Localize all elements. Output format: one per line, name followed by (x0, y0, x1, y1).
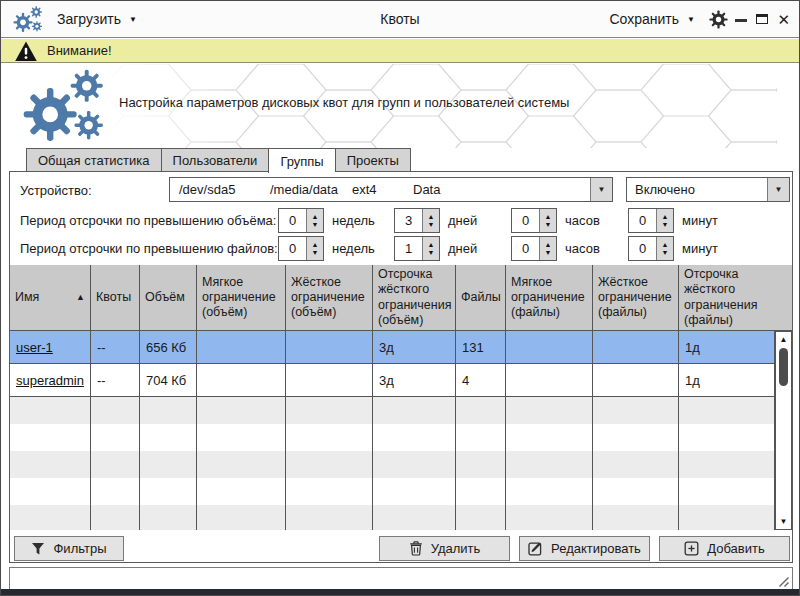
spinner-value[interactable]: 0 (512, 237, 539, 260)
settings-gear-icon[interactable] (709, 10, 728, 29)
minimize-button[interactable] (735, 19, 747, 22)
column-header-grace-files[interactable]: Отсрочка жёсткого ограничения (файлы) (679, 265, 792, 330)
filter-icon (31, 542, 45, 556)
spin-down-icon: ▼ (428, 249, 435, 257)
banner: Настройка параметров дисковых квот для г… (1, 64, 799, 148)
spin-down-icon: ▼ (662, 221, 669, 229)
device-name: Data (413, 178, 440, 201)
unit-hours: часов (565, 236, 600, 261)
edit-icon (528, 541, 543, 556)
add-button[interactable]: Добавить (659, 536, 790, 561)
spinner-buttons[interactable]: ▲▼ (539, 209, 556, 232)
spinner-buttons[interactable]: ▲▼ (656, 237, 673, 260)
unit-minutes: минут (682, 208, 718, 233)
scrollbar-thumb[interactable] (779, 348, 788, 386)
warning-triangle-icon (14, 41, 38, 62)
spinner-value[interactable]: 0 (629, 209, 656, 232)
device-fs: ext4 (352, 178, 377, 201)
column-header-quotas[interactable]: Квоты (91, 265, 140, 330)
spinner-value[interactable]: 0 (629, 237, 656, 260)
plus-icon (684, 541, 699, 556)
unit-days: дней (448, 208, 477, 233)
save-menu-button[interactable]: Сохранить ▼ (610, 1, 696, 37)
device-dropdown-button[interactable]: ▼ (590, 178, 612, 201)
grace-files-hours-spinner[interactable]: 0 ▲▼ (511, 236, 557, 261)
grace-volume-days-spinner[interactable]: 3 ▲▼ (394, 208, 440, 233)
tab-users[interactable]: Пользователи (161, 148, 269, 172)
spin-down-icon: ▼ (312, 221, 319, 229)
state-combobox[interactable]: Включено ▼ (626, 177, 790, 202)
titlebar: Загрузить ▼ Квоты Сохранить ▼ ✕ (1, 1, 799, 38)
grace-files-minutes-spinner[interactable]: 0 ▲▼ (628, 236, 674, 261)
tab-general-stats[interactable]: Общая статистика (26, 148, 161, 172)
unit-minutes: минут (682, 236, 718, 261)
load-menu-button[interactable]: Загрузить ▼ (57, 1, 137, 37)
app-window: Загрузить ▼ Квоты Сохранить ▼ ✕ Внимание… (0, 0, 800, 596)
column-header-hard-volume[interactable]: Жёсткое ограничение (объём) (286, 265, 373, 330)
spinner-buttons[interactable]: ▲▼ (422, 237, 439, 260)
device-mount: /media/data (270, 178, 338, 201)
vertical-scrollbar[interactable]: ▲ ▼ (775, 331, 792, 530)
scroll-down-button[interactable]: ▼ (776, 515, 791, 528)
spinner-buttons[interactable]: ▲▼ (422, 209, 439, 232)
grace-volume-hours-spinner[interactable]: 0 ▲▼ (511, 208, 557, 233)
spinner-buttons[interactable]: ▲▼ (539, 237, 556, 260)
banner-description: Настройка параметров дисковых квот для г… (119, 95, 569, 110)
table-row-empty (10, 478, 792, 505)
device-label: Устройство: (20, 178, 92, 203)
edit-button[interactable]: Редактировать (519, 536, 650, 561)
table-row-user-1[interactable]: user-1 -- 656 Кб 3д 131 1д (10, 331, 792, 364)
spinner-value[interactable]: 0 (279, 209, 306, 232)
spinner-value[interactable]: 0 (512, 209, 539, 232)
spinner-buttons[interactable]: ▲▼ (306, 237, 323, 260)
table-row-empty (10, 424, 792, 451)
state-value: Включено (635, 178, 695, 201)
app-gears-icon (13, 5, 43, 34)
state-dropdown-button[interactable]: ▼ (767, 178, 789, 201)
tab-groups[interactable]: Группы (268, 148, 334, 173)
spinner-buttons[interactable]: ▲▼ (306, 209, 323, 232)
spinner-value[interactable]: 3 (395, 209, 422, 232)
grace-volume-minutes-spinner[interactable]: 0 ▲▼ (628, 208, 674, 233)
spin-up-icon: ▲ (312, 213, 319, 221)
close-button[interactable]: ✕ (777, 12, 790, 27)
column-header-name[interactable]: Имя▲ (10, 265, 91, 330)
device-combobox[interactable]: /dev/sda5 /media/data ext4 Data ▼ (169, 177, 613, 202)
spin-up-icon: ▲ (662, 213, 669, 221)
grace-files-weeks-spinner[interactable]: 0 ▲▼ (278, 236, 324, 261)
spin-up-icon: ▲ (428, 241, 435, 249)
column-header-soft-volume[interactable]: Мягкое ограничение (объём) (197, 265, 286, 330)
scroll-down-icon: ▼ (780, 517, 788, 526)
row-name-link[interactable]: superadmin (16, 373, 84, 388)
warning-bar: Внимание! (1, 39, 799, 63)
scroll-up-button[interactable]: ▲ (776, 333, 791, 346)
column-header-files[interactable]: Файлы (456, 265, 506, 330)
column-header-hard-files[interactable]: Жёсткое ограничение (файлы) (593, 265, 679, 330)
tab-projects[interactable]: Проекты (335, 148, 411, 172)
column-header-grace-volume[interactable]: Отсрочка жёсткого ограничения (объём) (373, 265, 456, 330)
grace-files-days-spinner[interactable]: 1 ▲▼ (394, 236, 440, 261)
spinner-value[interactable]: 0 (279, 237, 306, 260)
spinner-buttons[interactable]: ▲▼ (656, 209, 673, 232)
column-header-volume[interactable]: Объём (140, 265, 197, 330)
maximize-button[interactable] (756, 14, 768, 24)
status-bar (9, 567, 793, 591)
grace-volume-label: Период отсрочки по превышению объёма: (20, 208, 276, 233)
filters-button[interactable]: Фильтры (14, 536, 124, 561)
unit-hours: часов (565, 208, 600, 233)
table-row-superadmin[interactable]: superadmin -- 704 Кб 3д 4 1д (10, 364, 792, 397)
table-header: Имя▲ Квоты Объём Мягкое ограничение (объ… (10, 265, 792, 331)
spin-down-icon: ▼ (662, 249, 669, 257)
scroll-up-icon: ▲ (780, 335, 788, 344)
window-controls: ✕ (735, 1, 790, 37)
delete-button[interactable]: Удалить (379, 536, 510, 561)
chevron-down-icon: ▼ (598, 185, 606, 194)
resize-grip[interactable] (776, 574, 790, 588)
window-bottom-frame (1, 589, 799, 595)
warning-text: Внимание! (47, 43, 112, 58)
column-header-soft-files[interactable]: Мягкое ограничение (файлы) (506, 265, 593, 330)
spinner-value[interactable]: 1 (395, 237, 422, 260)
grace-volume-weeks-spinner[interactable]: 0 ▲▼ (278, 208, 324, 233)
trash-icon (409, 541, 423, 556)
row-name-link[interactable]: user-1 (16, 340, 53, 355)
